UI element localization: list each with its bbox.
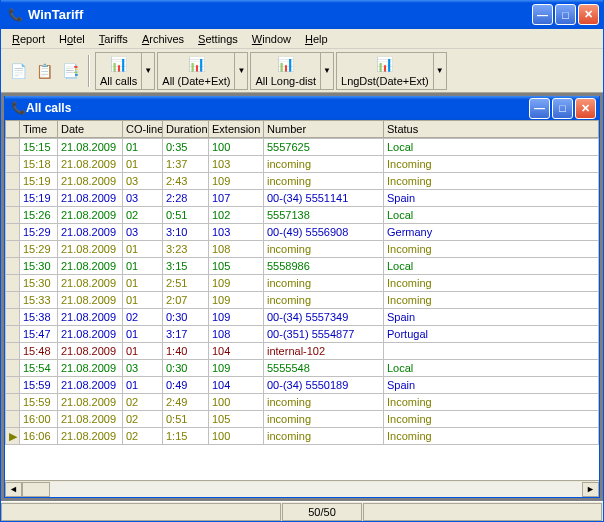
cell[interactable]: 107 [209, 190, 264, 207]
toolbar-all-calls-dropdown[interactable]: ▼ [142, 52, 155, 90]
cell[interactable]: 16:06 [20, 428, 58, 445]
cell[interactable]: 15:15 [20, 139, 58, 156]
cell[interactable]: 15:59 [20, 394, 58, 411]
cell[interactable]: 21.08.2009 [58, 360, 123, 377]
cell[interactable]: 21.08.2009 [58, 241, 123, 258]
cell[interactable]: Germany [384, 224, 599, 241]
cell[interactable]: incoming [264, 411, 384, 428]
child-minimize-button[interactable]: — [529, 98, 550, 119]
column-header[interactable] [6, 121, 20, 138]
cell[interactable]: 21.08.2009 [58, 207, 123, 224]
toolbar-btn-2[interactable]: 📋 [31, 53, 57, 89]
scroll-right-button[interactable]: ► [582, 482, 599, 497]
cell[interactable]: 21.08.2009 [58, 411, 123, 428]
cell[interactable]: 21.08.2009 [58, 343, 123, 360]
cell[interactable]: 01 [123, 258, 163, 275]
cell[interactable]: 100 [209, 428, 264, 445]
cell[interactable]: 00-(34) 5551141 [264, 190, 384, 207]
table-row[interactable]: 15:1521.08.2009010:351005557625Local [6, 139, 599, 156]
cell[interactable]: 00-(34) 5550189 [264, 377, 384, 394]
cell[interactable]: 5555548 [264, 360, 384, 377]
table-row[interactable]: ▶16:0621.08.2009021:15100incomingIncomin… [6, 428, 599, 445]
column-header[interactable]: Time [20, 121, 58, 138]
cell[interactable]: 21.08.2009 [58, 292, 123, 309]
cell[interactable]: Local [384, 207, 599, 224]
cell[interactable]: 15:59 [20, 377, 58, 394]
cell[interactable]: incoming [264, 156, 384, 173]
cell[interactable]: 00-(351) 5554877 [264, 326, 384, 343]
table-row[interactable]: 15:2921.08.2009033:1010300-(49) 5556908G… [6, 224, 599, 241]
cell[interactable]: 01 [123, 156, 163, 173]
cell[interactable]: 01 [123, 292, 163, 309]
column-header[interactable]: Status [384, 121, 599, 138]
cell[interactable]: 15:33 [20, 292, 58, 309]
cell[interactable]: 2:51 [163, 275, 209, 292]
menu-archives[interactable]: Archives [135, 31, 191, 47]
cell[interactable]: 15:18 [20, 156, 58, 173]
cell[interactable]: Incoming [384, 241, 599, 258]
toolbar-all-calls-button[interactable]: 📊 All calls [95, 52, 142, 90]
cell[interactable] [384, 343, 599, 360]
cell[interactable]: Incoming [384, 292, 599, 309]
cell[interactable]: incoming [264, 394, 384, 411]
cell[interactable]: 1:37 [163, 156, 209, 173]
table-row[interactable]: 15:4721.08.2009013:1710800-(351) 5554877… [6, 326, 599, 343]
menu-window[interactable]: Window [245, 31, 298, 47]
cell[interactable]: 100 [209, 394, 264, 411]
cell[interactable]: 104 [209, 377, 264, 394]
cell[interactable]: 01 [123, 343, 163, 360]
cell[interactable]: 15:19 [20, 173, 58, 190]
cell[interactable]: 02 [123, 207, 163, 224]
cell[interactable]: 0:51 [163, 411, 209, 428]
cell[interactable]: Incoming [384, 173, 599, 190]
cell[interactable]: 21.08.2009 [58, 326, 123, 343]
cell[interactable]: 16:00 [20, 411, 58, 428]
menu-tariffs[interactable]: Tariffs [92, 31, 135, 47]
cell[interactable]: 01 [123, 139, 163, 156]
cell[interactable]: Incoming [384, 411, 599, 428]
toolbar-all-long-dist-dropdown[interactable]: ▼ [321, 52, 334, 90]
cell[interactable]: 1:15 [163, 428, 209, 445]
child-maximize-button[interactable]: □ [552, 98, 573, 119]
cell[interactable]: 21.08.2009 [58, 309, 123, 326]
column-header[interactable]: Extension [209, 121, 264, 138]
cell[interactable]: Incoming [384, 156, 599, 173]
cell[interactable]: 109 [209, 292, 264, 309]
cell[interactable]: 21.08.2009 [58, 258, 123, 275]
cell[interactable]: 03 [123, 173, 163, 190]
toolbar-all-date-ext-button[interactable]: 📊 All (Date+Ext) [157, 52, 235, 90]
cell[interactable]: 5557625 [264, 139, 384, 156]
menu-help[interactable]: Help [298, 31, 335, 47]
cell[interactable]: 100 [209, 139, 264, 156]
cell[interactable]: 21.08.2009 [58, 173, 123, 190]
cell[interactable]: 00-(49) 5556908 [264, 224, 384, 241]
cell[interactable]: 21.08.2009 [58, 190, 123, 207]
main-titlebar[interactable]: 📞 WinTariff — □ ✕ [1, 0, 603, 29]
table-row[interactable]: 16:0021.08.2009020:51105incomingIncoming [6, 411, 599, 428]
horizontal-scrollbar[interactable]: ◄ ► [5, 480, 599, 497]
cell[interactable]: 15:26 [20, 207, 58, 224]
cell[interactable]: incoming [264, 173, 384, 190]
column-header[interactable]: CO-line [123, 121, 163, 138]
cell[interactable]: 0:51 [163, 207, 209, 224]
cell[interactable]: 02 [123, 411, 163, 428]
cell[interactable]: Incoming [384, 394, 599, 411]
scroll-left-button[interactable]: ◄ [5, 482, 22, 497]
scroll-thumb[interactable] [22, 482, 50, 497]
cell[interactable]: 2:49 [163, 394, 209, 411]
table-row[interactable]: 15:4821.08.2009011:40104internal-102 [6, 343, 599, 360]
toolbar-btn-3[interactable]: 📑 [57, 53, 83, 89]
column-header[interactable]: Date [58, 121, 123, 138]
cell[interactable]: 21.08.2009 [58, 428, 123, 445]
cell[interactable]: incoming [264, 428, 384, 445]
maximize-button[interactable]: □ [555, 4, 576, 25]
cell[interactable]: 103 [209, 224, 264, 241]
grid-scroll[interactable]: 15:1521.08.2009010:351005557625Local15:1… [5, 138, 599, 480]
cell[interactable]: 3:23 [163, 241, 209, 258]
cell[interactable]: 15:47 [20, 326, 58, 343]
cell[interactable]: 5558986 [264, 258, 384, 275]
cell[interactable]: 15:19 [20, 190, 58, 207]
minimize-button[interactable]: — [532, 4, 553, 25]
cell[interactable]: 03 [123, 224, 163, 241]
cell[interactable]: 21.08.2009 [58, 377, 123, 394]
